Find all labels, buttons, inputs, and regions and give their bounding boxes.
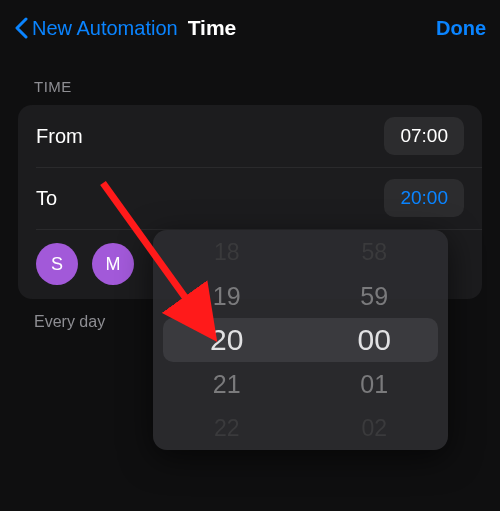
day-circle-sun[interactable]: S bbox=[36, 243, 78, 285]
picker-minute-option[interactable]: 00 bbox=[358, 318, 391, 362]
picker-hour-option[interactable]: 18 bbox=[214, 230, 240, 274]
picker-hour-option[interactable]: 22 bbox=[214, 406, 240, 450]
section-header-time: TIME bbox=[0, 56, 500, 105]
from-value[interactable]: 07:00 bbox=[384, 117, 464, 155]
picker-minute-option[interactable]: 02 bbox=[361, 406, 387, 450]
picker-minute-option[interactable]: 58 bbox=[361, 230, 387, 274]
picker-minutes-column[interactable]: 58 59 00 01 02 bbox=[301, 230, 449, 450]
back-label: New Automation bbox=[32, 17, 178, 40]
picker-hour-option[interactable]: 21 bbox=[213, 362, 241, 406]
to-value[interactable]: 20:00 bbox=[384, 179, 464, 217]
from-label: From bbox=[36, 125, 83, 148]
page-title: Time bbox=[188, 16, 237, 40]
day-circle-mon[interactable]: M bbox=[92, 243, 134, 285]
nav-bar: New Automation Time Done bbox=[0, 0, 500, 56]
to-row[interactable]: To 20:00 bbox=[18, 167, 482, 229]
done-button[interactable]: Done bbox=[436, 17, 486, 40]
back-button[interactable]: New Automation bbox=[14, 17, 178, 40]
chevron-left-icon bbox=[14, 17, 29, 39]
picker-hours-column[interactable]: 18 19 20 21 22 bbox=[153, 230, 301, 450]
to-label: To bbox=[36, 187, 57, 210]
picker-hour-option[interactable]: 20 bbox=[210, 318, 243, 362]
time-picker[interactable]: 18 19 20 21 22 58 59 00 01 02 bbox=[153, 230, 448, 450]
from-row[interactable]: From 07:00 bbox=[18, 105, 482, 167]
picker-hour-option[interactable]: 19 bbox=[213, 274, 241, 318]
picker-minute-option[interactable]: 59 bbox=[360, 274, 388, 318]
picker-minute-option[interactable]: 01 bbox=[360, 362, 388, 406]
